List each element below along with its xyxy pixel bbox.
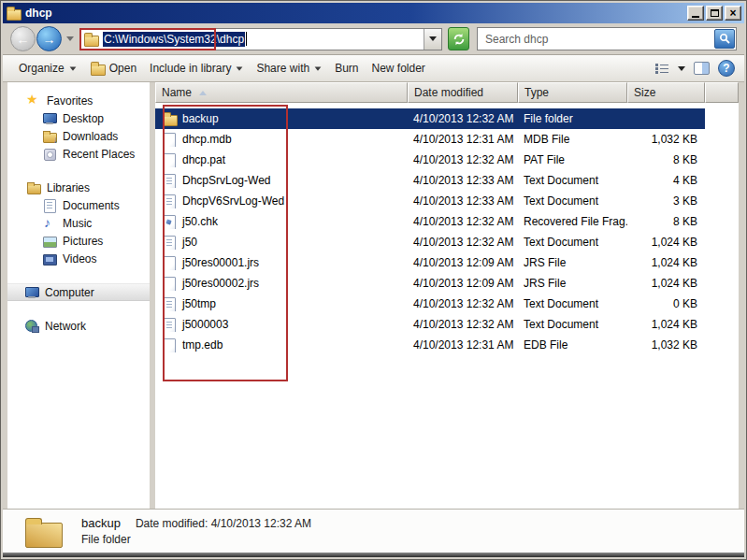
refresh-button[interactable] [448,27,469,50]
share-with-label: Share with [256,62,309,75]
file-date: 4/10/2013 12:09 AM [408,277,518,290]
column-header-type[interactable]: Type [518,82,627,103]
help-button[interactable] [718,60,735,77]
title-bar[interactable]: dhcp × [3,3,744,23]
table-row-j50[interactable]: j50 4/10/2013 12:32 AM Text Document 1,0… [155,232,705,252]
file-size: 8 KB [627,153,705,166]
sidebar-item-recent-places[interactable]: Recent Places [7,145,150,163]
sidebar-item-documents[interactable]: Documents [7,196,150,214]
recent-pages-chevron-icon[interactable] [66,36,74,41]
file-type: File folder [518,112,627,125]
search-icon [719,33,731,45]
desktop-icon [42,111,57,126]
chevron-down-icon [315,66,322,70]
file-type: JRS File [518,256,627,269]
chevron-down-icon [429,36,437,41]
file-name: DhcpV6SrvLog-Wed [182,194,284,208]
file-date: 4/10/2013 12:32 AM [408,236,518,249]
file-name: j50 [182,236,197,249]
sidebar-item-desktop[interactable]: Desktop [7,109,150,127]
open-button[interactable]: Open [83,57,143,79]
preview-pane-button[interactable] [694,62,710,75]
address-bar-input[interactable]: C:\Windows\System32\dhcp [79,28,442,50]
file-size: 0 KB [627,297,705,310]
open-folder-icon [90,61,105,76]
file-date: 4/10/2013 12:31 AM [408,133,518,146]
include-in-library-button[interactable]: Include in library [143,58,250,79]
organize-label: Organize [19,62,65,75]
computer-icon [24,285,39,300]
table-row-dhcpv6srvlog[interactable]: DhcpV6SrvLog-Wed 4/10/2013 12:33 AM Text… [155,191,705,211]
forward-button[interactable]: → [36,26,62,51]
file-date: 4/10/2013 12:33 AM [408,194,518,208]
sidebar-item-favorites[interactable]: Favorites [7,92,150,109]
type-column-label: Type [524,86,549,99]
column-header-name[interactable]: Name [155,82,408,103]
close-button[interactable]: × [725,6,741,21]
text-file-icon [162,296,177,311]
sidebar-item-music[interactable]: Music [7,214,150,232]
table-row-j5000003[interactable]: j5000003 4/10/2013 12:32 AM Text Documen… [155,314,705,335]
maximize-button[interactable] [706,6,723,21]
file-icon [162,132,177,147]
file-size: 1,024 KB [627,277,705,290]
details-pane: backup Date modified: 4/10/2013 12:32 AM… [3,509,744,553]
name-column-label: Name [162,86,192,99]
file-type: JRS File [518,277,627,290]
downloads-label: Downloads [63,130,118,143]
file-size: 1,032 KB [627,338,705,352]
address-dropdown-button[interactable] [424,29,441,50]
include-in-library-label: Include in library [150,62,231,75]
file-date: 4/10/2013 12:31 AM [408,338,518,352]
column-header-stub [705,82,739,103]
file-size: 1,024 KB [627,318,705,331]
libraries-label: Libraries [47,181,90,194]
table-row-dhcp-pat[interactable]: dhcp.pat 4/10/2013 12:32 AM PAT File 8 K… [155,150,705,170]
sidebar-item-computer[interactable]: Computer [7,283,150,301]
recent-places-label: Recent Places [63,148,135,161]
minimize-icon [692,16,699,18]
column-header-date-modified[interactable]: Date modified [408,82,518,103]
change-view-button[interactable] [655,63,669,74]
size-column-label: Size [634,86,655,99]
file-list-pane: Name Date modified Type Size backup [155,82,739,509]
details-item-type: File folder [81,533,311,546]
search-input[interactable]: Search dhcp [477,27,737,50]
address-folder-icon [83,32,98,47]
share-with-button[interactable]: Share with [250,58,328,79]
sidebar-item-downloads[interactable]: ↓ Downloads [7,127,150,145]
file-name: j50res00002.jrs [182,277,259,290]
sidebar-item-libraries[interactable]: Libraries [7,179,150,196]
file-date: 4/10/2013 12:32 AM [408,215,518,228]
sidebar-item-pictures[interactable]: Pictures [7,232,150,250]
table-row-j50tmp[interactable]: j50tmp 4/10/2013 12:32 AM Text Document … [155,294,705,314]
file-size: 1,024 KB [627,236,705,249]
downloads-icon: ↓ [42,129,57,144]
table-row-j50res00002[interactable]: j50res00002.jrs 4/10/2013 12:09 AM JRS F… [155,273,705,294]
table-row-j50res00001[interactable]: j50res00001.jrs 4/10/2013 12:09 AM JRS F… [155,252,705,273]
window-bottom-border [3,553,744,557]
minimize-button[interactable] [687,6,704,21]
views-chevron-icon[interactable] [678,66,685,71]
burn-label: Burn [335,62,358,75]
table-row-j50-chk[interactable]: j50.chk 4/10/2013 12:32 AM Recovered Fil… [155,211,705,232]
pictures-label: Pictures [63,235,103,248]
search-button[interactable] [714,29,735,49]
organize-button[interactable]: Organize [12,58,83,79]
file-name: j50.chk [182,215,218,228]
network-icon [24,319,39,334]
file-icon [162,255,177,270]
table-row-dhcpsrvlog[interactable]: DhcpSrvLog-Wed 4/10/2013 12:33 AM Text D… [155,170,705,191]
burn-button[interactable]: Burn [328,58,365,79]
column-header-size[interactable]: Size [627,82,705,103]
sidebar-item-network[interactable]: Network [7,317,150,335]
table-row-dhcp-mdb[interactable]: dhcp.mdb 4/10/2013 12:31 AM MDB File 1,0… [155,129,705,150]
back-button[interactable]: ← [10,26,36,51]
sidebar-item-videos[interactable]: Videos [7,250,150,267]
file-date: 4/10/2013 12:32 AM [408,153,518,166]
table-row-tmp-edb[interactable]: tmp.edb 4/10/2013 12:31 AM EDB File 1,03… [155,335,705,355]
file-type: Text Document [518,318,627,331]
new-folder-button[interactable]: New folder [366,58,432,79]
table-row-backup[interactable]: backup 4/10/2013 12:32 AM File folder [155,108,705,129]
file-size: 3 KB [627,194,705,208]
